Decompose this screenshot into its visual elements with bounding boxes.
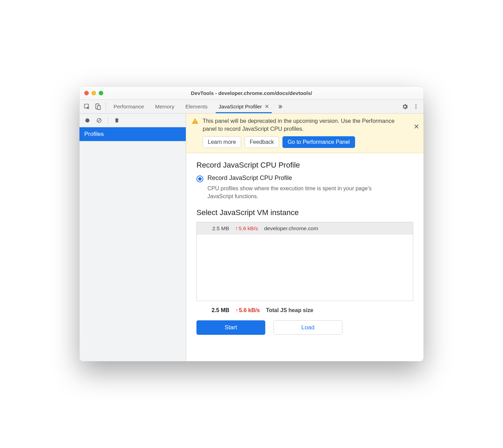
window-title: DevTools - developer.chrome.com/docs/dev… [79, 90, 424, 96]
divider [106, 103, 106, 110]
vm-instance-list: 2.5 MB ↑ 5.6 kB/s developer.chrome.com [196, 222, 413, 301]
feedback-button[interactable]: Feedback [245, 136, 279, 148]
tab-label: Performance [114, 104, 144, 110]
more-tabs-icon[interactable] [275, 100, 286, 113]
sidebar-item-label: Profiles [84, 131, 104, 138]
devtools-tabstrip: Performance Memory Elements JavaScript P… [79, 100, 424, 114]
vm-rate: ↑ 5.6 kB/s [235, 225, 258, 232]
svg-rect-2 [97, 105, 100, 109]
svg-rect-9 [195, 122, 195, 123]
sidebar-item-profiles[interactable]: Profiles [79, 127, 186, 141]
zoom-window-button[interactable] [99, 91, 103, 95]
sidebar-toolbar [79, 114, 186, 127]
window-controls [79, 91, 103, 95]
total-rate: ↑ 5.6 kB/s [236, 307, 260, 313]
vm-host: developer.chrome.com [264, 225, 318, 232]
clear-icon[interactable] [94, 115, 104, 126]
tab-label: Elements [185, 104, 208, 110]
profile-option-description: CPU profiles show where the execution ti… [207, 184, 393, 200]
vm-heading: Select JavaScript VM instance [196, 208, 413, 217]
profile-option-label: Record JavaScript CPU Profile [207, 174, 292, 182]
radio-selected-icon [196, 175, 203, 182]
record-icon[interactable] [82, 115, 93, 126]
svg-point-5 [416, 108, 417, 109]
record-heading: Record JavaScript CPU Profile [196, 161, 413, 170]
svg-rect-8 [195, 120, 195, 122]
tab-memory[interactable]: Memory [150, 100, 180, 113]
titlebar: DevTools - developer.chrome.com/docs/dev… [79, 87, 424, 100]
profile-type-option[interactable]: Record JavaScript CPU Profile [196, 174, 413, 182]
load-button[interactable]: Load [274, 320, 342, 335]
svg-point-3 [416, 104, 417, 105]
close-window-button[interactable] [84, 91, 89, 95]
deprecation-banner: This panel will be deprecated in the upc… [186, 114, 424, 153]
learn-more-button[interactable]: Learn more [203, 136, 241, 148]
tab-elements[interactable]: Elements [180, 100, 213, 113]
goto-performance-button[interactable]: Go to Performance Panel [282, 136, 355, 148]
dismiss-banner-icon[interactable]: ✕ [414, 123, 419, 130]
svg-point-6 [85, 118, 89, 122]
delete-icon[interactable] [111, 115, 122, 126]
tab-label: Memory [155, 104, 174, 110]
total-size: 2.5 MB [212, 307, 229, 313]
svg-point-4 [416, 106, 417, 107]
kebab-menu-icon[interactable] [410, 104, 421, 110]
profiles-sidebar: Profiles [79, 114, 186, 361]
up-arrow-icon: ↑ [236, 307, 238, 313]
banner-text: This panel will be deprecated in the upc… [203, 117, 408, 133]
tab-javascript-profiler[interactable]: JavaScript Profiler ✕ [213, 100, 275, 113]
action-buttons: Start Load [186, 313, 424, 335]
tab-performance[interactable]: Performance [108, 100, 150, 113]
vm-instance-row[interactable]: 2.5 MB ↑ 5.6 kB/s developer.chrome.com [197, 222, 413, 235]
tab-label: JavaScript Profiler [218, 104, 262, 110]
main-panel: This panel will be deprecated in the upc… [186, 114, 424, 361]
device-toolbar-icon[interactable] [93, 100, 104, 113]
vm-rate-value: 5.6 kB/s [239, 225, 258, 232]
minimize-window-button[interactable] [92, 91, 96, 95]
start-button[interactable]: Start [196, 320, 265, 335]
devtools-window: DevTools - developer.chrome.com/docs/dev… [79, 87, 424, 361]
total-label: Total JS heap size [266, 307, 313, 313]
close-tab-icon[interactable]: ✕ [265, 104, 269, 109]
vm-totals: 2.5 MB ↑ 5.6 kB/s Total JS heap size [196, 301, 413, 313]
up-arrow-icon: ↑ [235, 225, 238, 232]
warning-icon [192, 117, 199, 148]
settings-icon[interactable] [399, 103, 410, 110]
divider [108, 117, 108, 124]
vm-heap-size: 2.5 MB [202, 225, 229, 232]
inspect-element-icon[interactable] [82, 100, 93, 113]
total-rate-value: 5.6 kB/s [239, 307, 260, 313]
panel-tabs: Performance Memory Elements JavaScript P… [108, 100, 395, 113]
